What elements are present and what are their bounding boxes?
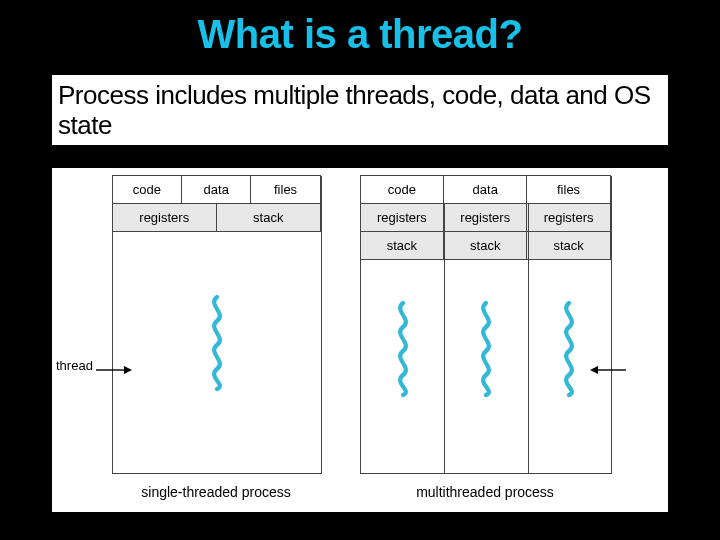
cell-code: code	[360, 175, 445, 205]
multi-stack-row: stack stack stack	[361, 232, 611, 260]
thread-label-right: thread	[675, 358, 712, 373]
cell-stack: stack	[443, 231, 528, 261]
thread-label-left: thread	[56, 358, 93, 373]
multithreaded-box: code data files registers registers regi…	[360, 176, 612, 474]
cell-stack: stack	[526, 231, 611, 261]
cell-code: code	[112, 175, 183, 205]
svg-marker-3	[590, 366, 598, 374]
arrow-icon	[590, 365, 626, 375]
cell-registers: registers	[526, 203, 611, 233]
divider	[444, 204, 445, 473]
cell-stack: stack	[216, 203, 322, 233]
multi-shared-row: code data files	[361, 176, 611, 204]
single-shared-row: code data files	[113, 176, 321, 204]
thread-squiggle-icon	[205, 297, 229, 389]
arrow-icon	[96, 365, 132, 375]
slide-title: What is a thread?	[0, 0, 720, 57]
diagram: code data files registers stack code dat…	[52, 168, 668, 512]
single-thread-row: registers stack	[113, 204, 321, 232]
cell-registers: registers	[443, 203, 528, 233]
cell-stack: stack	[360, 231, 445, 261]
cell-data: data	[443, 175, 528, 205]
thread-squiggle-icon	[474, 303, 498, 395]
slide-subtitle: Process includes multiple threads, code,…	[52, 75, 668, 145]
caption-multi: multithreaded process	[360, 484, 610, 500]
slide: What is a thread? Process includes multi…	[0, 0, 720, 540]
divider	[528, 204, 529, 473]
cell-registers: registers	[112, 203, 218, 233]
cell-data: data	[181, 175, 252, 205]
multi-registers-row: registers registers registers	[361, 204, 611, 232]
thread-squiggle-icon	[557, 303, 581, 395]
thread-squiggle-icon	[391, 303, 415, 395]
caption-single: single-threaded process	[112, 484, 320, 500]
svg-marker-1	[124, 366, 132, 374]
single-threaded-box: code data files registers stack	[112, 176, 322, 474]
cell-registers: registers	[360, 203, 445, 233]
cell-files: files	[526, 175, 611, 205]
cell-files: files	[250, 175, 321, 205]
